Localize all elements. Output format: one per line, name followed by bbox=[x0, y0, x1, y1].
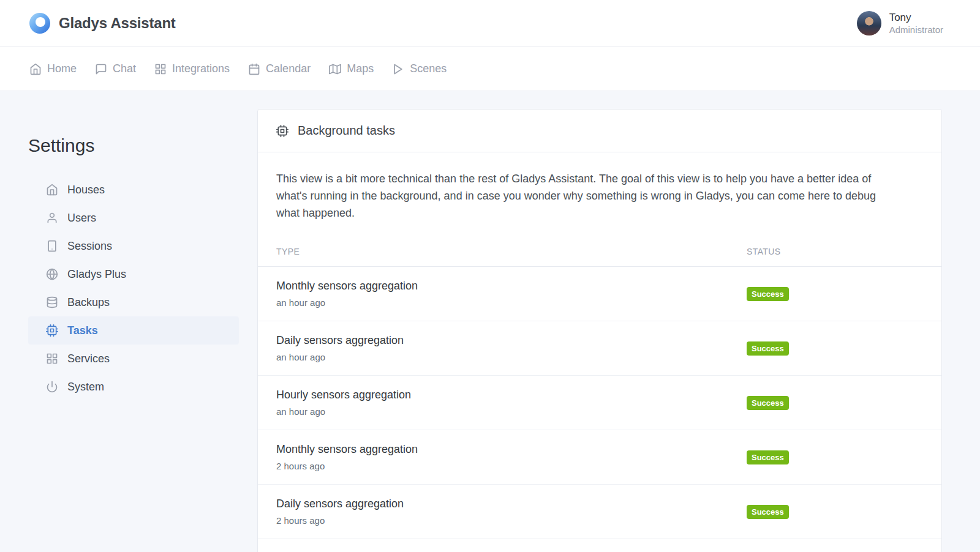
chat-icon bbox=[95, 63, 107, 75]
nav-label: Integrations bbox=[172, 62, 230, 75]
status-badge: Success bbox=[747, 450, 789, 464]
user-role: Administrator bbox=[889, 24, 943, 36]
column-header-type: TYPE bbox=[276, 247, 747, 256]
sidebar-item-label: Users bbox=[67, 212, 96, 225]
task-type: Daily sensors aggregation bbox=[276, 497, 747, 510]
sidebar-item-label: Gladys Plus bbox=[67, 268, 126, 281]
user-icon bbox=[46, 212, 58, 224]
grid-icon bbox=[46, 352, 58, 365]
nav-label: Calendar bbox=[266, 62, 311, 75]
app-title: Gladys Assistant bbox=[59, 15, 176, 32]
task-type: Daily sensors aggregation bbox=[276, 334, 747, 347]
user-avatar bbox=[857, 11, 881, 35]
sidebar-item-label: Houses bbox=[67, 184, 105, 196]
status-badge: Success bbox=[747, 505, 789, 519]
task-type: Monthly sensors aggregation bbox=[276, 279, 747, 293]
table-row: Monthly sensors aggregation 2 hours ago … bbox=[258, 430, 941, 485]
sidebar-item-label: Services bbox=[67, 352, 110, 365]
card-title: Background tasks bbox=[298, 124, 395, 138]
database-icon bbox=[46, 296, 58, 308]
sidebar-item-label: Tasks bbox=[67, 324, 98, 337]
table-header: TYPE STATUS bbox=[258, 236, 941, 267]
settings-sidebar: Settings Houses Users Sessions Gladys Pl… bbox=[28, 109, 239, 401]
sidebar-item-label: Sessions bbox=[67, 240, 112, 253]
table-row: Daily sensors aggregation 2 hours ago Su… bbox=[258, 485, 941, 539]
cpu-icon bbox=[276, 125, 288, 137]
nav-label: Home bbox=[47, 62, 77, 75]
column-header-status: STATUS bbox=[747, 247, 923, 256]
page-title: Settings bbox=[28, 135, 239, 156]
task-time: an hour ago bbox=[276, 297, 747, 308]
sidebar-item-system[interactable]: System bbox=[28, 373, 239, 401]
task-type: Hourly sensors aggregation bbox=[276, 388, 747, 401]
nav-item-home[interactable]: Home bbox=[29, 60, 77, 78]
sidebar-item-sessions[interactable]: Sessions bbox=[28, 232, 239, 260]
background-tasks-card: Background tasks This view is a bit more… bbox=[257, 109, 942, 552]
home-icon bbox=[29, 63, 42, 75]
brand-link[interactable]: Gladys Assistant bbox=[29, 13, 176, 34]
globe-icon bbox=[46, 268, 58, 280]
main-area: Background tasks This view is a bit more… bbox=[257, 109, 942, 552]
user-name: Tony bbox=[889, 11, 943, 24]
table-row: Hourly sensors aggregation an hour ago S… bbox=[258, 376, 941, 430]
sidebar-item-gladys-plus[interactable]: Gladys Plus bbox=[28, 260, 239, 288]
task-time: 2 hours ago bbox=[276, 461, 747, 472]
status-badge: Success bbox=[747, 341, 789, 356]
sidebar-item-label: System bbox=[67, 381, 104, 393]
sidebar-item-houses[interactable]: Houses bbox=[28, 176, 239, 204]
user-menu[interactable]: Tony Administrator bbox=[857, 11, 943, 36]
nav-item-integrations[interactable]: Integrations bbox=[154, 60, 230, 78]
app-header: Gladys Assistant Tony Administrator bbox=[0, 0, 980, 47]
nav-label: Scenes bbox=[410, 62, 447, 75]
nav-label: Maps bbox=[347, 62, 374, 75]
nav-item-chat[interactable]: Chat bbox=[95, 60, 136, 78]
task-time: an hour ago bbox=[276, 406, 747, 417]
main-nav: Home Chat Integrations Calendar Maps Sce… bbox=[0, 47, 980, 91]
table-row: Daily sensors aggregation an hour ago Su… bbox=[258, 321, 941, 376]
sidebar-item-label: Backups bbox=[67, 296, 110, 309]
task-time: an hour ago bbox=[276, 352, 747, 363]
smartphone-icon bbox=[46, 240, 58, 252]
status-badge: Success bbox=[747, 396, 789, 410]
sidebar-item-tasks[interactable]: Tasks bbox=[28, 316, 239, 345]
table-row: Monthly sensors aggregation an hour ago … bbox=[258, 267, 941, 321]
calendar-icon bbox=[248, 63, 260, 75]
gladys-logo-icon bbox=[29, 13, 50, 34]
nav-item-calendar[interactable]: Calendar bbox=[248, 60, 311, 78]
play-icon bbox=[392, 63, 404, 75]
task-time: 2 hours ago bbox=[276, 515, 747, 526]
card-description: This view is a bit more technical than t… bbox=[258, 152, 906, 236]
page-content: Settings Houses Users Sessions Gladys Pl… bbox=[0, 91, 980, 552]
nav-item-scenes[interactable]: Scenes bbox=[392, 60, 447, 78]
sidebar-item-users[interactable]: Users bbox=[28, 204, 239, 232]
power-icon bbox=[46, 381, 58, 393]
nav-label: Chat bbox=[113, 62, 136, 75]
sidebar-item-backups[interactable]: Backups bbox=[28, 288, 239, 316]
sidebar-item-services[interactable]: Services bbox=[28, 345, 239, 373]
table-row-partial bbox=[258, 539, 941, 552]
task-type: Monthly sensors aggregation bbox=[276, 442, 747, 456]
card-header: Background tasks bbox=[258, 110, 941, 152]
map-icon bbox=[329, 63, 341, 75]
cpu-icon bbox=[46, 324, 58, 337]
home-icon bbox=[46, 184, 58, 196]
grid-icon bbox=[154, 63, 167, 75]
nav-item-maps[interactable]: Maps bbox=[329, 60, 374, 78]
status-badge: Success bbox=[747, 287, 789, 301]
